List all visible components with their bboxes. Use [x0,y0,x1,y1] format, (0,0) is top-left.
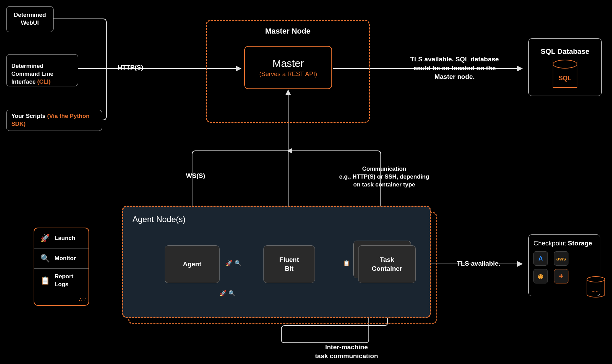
magnify-icon: 🔍 [228,290,235,296]
task-container-box: Task Container [358,245,416,283]
agent-label: Agent [183,260,201,269]
magnify-icon: 🔍 [40,254,50,263]
http-label: HTTP(S) [110,63,151,72]
client-webui: Determined WebUI [6,6,54,32]
side-monitor: Monitor [55,255,76,263]
clipboard-icon: 📋 [40,276,50,285]
side-launch: Launch [55,234,75,242]
fluent-label: Fluent Bit [280,255,299,273]
clipboard-icon: 📋 [343,260,350,266]
gcp-icon: ◉ [533,269,548,283]
aws-icon: aws [554,251,568,266]
agent-node-title: Agent Node(s) [132,215,186,224]
tls-sql-label: TLS available. SQL database could be co-… [398,55,511,81]
fluent-bit-box: Fluent Bit [263,245,315,283]
wss-label: WS(S) [182,171,209,180]
ckpt-title-pre: Checkpoint [533,240,568,247]
master-title: Master [272,58,304,69]
client-cli: Determined Command Line Interface (CLI) [6,54,78,86]
rocket-icon: 🚀 [40,234,50,243]
tls-available-label: TLS available. [449,259,508,268]
agent-box: Agent [165,245,220,283]
agent-fluent-icons: 🚀 🔍 [226,260,242,266]
client-cli-suf: (CLI) [37,78,51,85]
side-report: Report Logs [55,273,73,289]
master-box: Master (Serves a REST API) [244,46,332,89]
bypass-icons: 🚀 🔍 [220,290,235,296]
dots-icon: ∴∵ [79,296,86,303]
storage-cylinder-icon: ⋯⋯ [587,276,605,298]
client-scripts-pre: Your Scripts [11,113,47,119]
azure-icon: A [533,251,548,266]
intermachine-label: Inter-machine task communication [302,343,391,360]
task-label: Task Container [372,255,402,273]
client-webui-label: Determined WebUI [14,11,46,27]
rocket-icon: 🚀 [226,260,233,266]
side-panel: 🚀 Launch 🔍 Monitor 📋 Report Logs ∴∵ [34,228,89,306]
rocket-icon: 🚀 [220,290,226,296]
comm-label: Communication e.g., HTTP(S) or SSH, depe… [333,165,436,189]
sql-title: SQL Database [541,47,589,56]
ckpt-title-suf: Storage [568,240,592,247]
plus-icon: + [554,269,568,283]
database-icon: SQL [553,60,577,88]
sql-database-box: SQL Database SQL [528,38,602,96]
magnify-icon: 🔍 [235,260,242,266]
client-scripts: Your Scripts (Via the Python SDK) [6,110,102,131]
sql-icon-label: SQL [553,75,577,82]
master-sub: (Serves a REST API) [259,71,317,78]
master-node-title: Master Node [206,26,370,36]
